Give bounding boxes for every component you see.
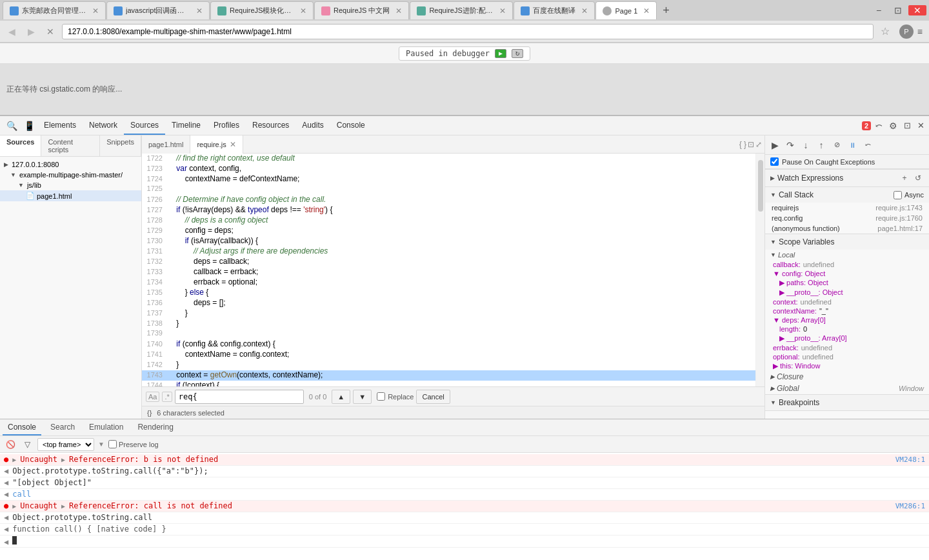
expand-ref-1[interactable]: ▶	[61, 456, 65, 463]
step-into-button[interactable]: ↓	[799, 138, 813, 152]
tab-3[interactable]: RequireJS 中文网 ✕	[314, 1, 409, 19]
code-content[interactable]: 1722 // find the right context, use defa…	[142, 154, 755, 386]
expand-arrow-1[interactable]: ▶	[12, 456, 16, 463]
scope-item-proto-deps[interactable]: ▶ __proto__: Array[0]	[765, 334, 929, 343]
scope-global-label[interactable]: ▶ Global Window	[765, 383, 929, 394]
console-tab-search[interactable]: Search	[45, 420, 80, 435]
tab-elements[interactable]: Elements	[37, 117, 83, 135]
tab-0[interactable]: 东莞邮政合同管理系统 ✕	[3, 1, 106, 19]
async-checkbox[interactable]	[894, 191, 902, 199]
tab-console[interactable]: Console	[330, 117, 372, 135]
tab-1[interactable]: javascript回调函数数调… ✕	[106, 1, 210, 19]
lp-tab-sources[interactable]: Sources	[0, 135, 41, 156]
devtools-icon-mobile[interactable]: 📱	[21, 121, 37, 131]
tab-close-0[interactable]: ✕	[92, 6, 99, 15]
profile-icon[interactable]: P	[899, 25, 914, 39]
tab-network[interactable]: Network	[83, 117, 124, 135]
expand-ref-2[interactable]: ▶	[61, 503, 65, 510]
scope-closure-label[interactable]: ▶ Closure	[765, 371, 929, 383]
scope-item-deps[interactable]: ▼ deps: Array[0]	[765, 315, 929, 325]
preserve-log-checkbox[interactable]	[108, 440, 117, 448]
search-regex-toggle[interactable]: .*	[162, 392, 172, 402]
resume-button[interactable]: ▶	[768, 138, 782, 152]
editor-tab-page1html[interactable]: page1.html	[142, 135, 190, 154]
close-devtools-icon[interactable]: ✕	[915, 121, 926, 130]
tab-6[interactable]: Page 1 ✕	[595, 1, 657, 19]
tab-timeline[interactable]: Timeline	[165, 117, 207, 135]
editor-expand-icon[interactable]: ⤢	[755, 140, 762, 149]
step-through-button[interactable]: ⤺	[861, 138, 875, 152]
callstack-item-reqconfig[interactable]: req.config require.js:1760	[765, 213, 929, 223]
tree-item-project[interactable]: ▼ example-multipage-shim-master/	[0, 170, 141, 180]
search-case-toggle[interactable]: Aa	[146, 392, 159, 402]
scope-variables-header[interactable]: ▼ Scope Variables	[765, 234, 929, 250]
tab-close-5[interactable]: ✕	[581, 6, 588, 15]
back-button[interactable]: ◀	[4, 24, 19, 39]
address-input[interactable]	[62, 24, 874, 39]
tab-audits[interactable]: Audits	[295, 117, 330, 135]
scope-local-label[interactable]: ▼ Local	[765, 250, 929, 260]
step-over-button[interactable]: ↷	[783, 138, 797, 152]
console-file-1[interactable]: VM248:1	[895, 455, 925, 464]
tab-close-1[interactable]: ✕	[196, 6, 203, 15]
settings-icon[interactable]: ⚙	[887, 121, 899, 131]
reload-button[interactable]: ✕	[43, 24, 58, 39]
scope-item-config[interactable]: ▼ config: Object	[765, 269, 929, 278]
devtools-icon-inspect[interactable]: 🔍	[3, 121, 21, 131]
menu-icon[interactable]: ≡	[915, 26, 925, 37]
editor-tab-close-requirejs[interactable]: ✕	[230, 140, 236, 149]
lp-tab-content-scripts[interactable]: Content scripts	[41, 135, 100, 156]
console-tab-rendering[interactable]: Rendering	[132, 420, 178, 435]
tree-item-jslib[interactable]: ▼ js/lib	[0, 180, 141, 190]
step-over-icon[interactable]: ⤺	[874, 121, 884, 130]
editor-collapse-icon[interactable]: ⊡	[748, 140, 754, 149]
console-filter-button[interactable]: ▽	[21, 438, 34, 451]
console-clear-button[interactable]: 🚫	[4, 438, 17, 451]
scope-item-proto-config[interactable]: ▶ __proto__: Object	[765, 288, 929, 297]
code-scroll-gutter[interactable]	[755, 154, 764, 386]
toggle-breakpoints-button[interactable]: ⊘	[830, 138, 844, 152]
dock-icon[interactable]: ⊡	[902, 121, 913, 130]
watch-expressions-header[interactable]: ▶ Watch Expressions + ↺	[765, 170, 929, 186]
tab-resources[interactable]: Resources	[246, 117, 295, 135]
cancel-search-button[interactable]: Cancel	[416, 390, 450, 404]
scope-item-paths[interactable]: ▶ paths: Object	[765, 278, 929, 288]
step-out-button[interactable]: ↑	[814, 138, 828, 152]
call-stack-header[interactable]: ▼ Call Stack Async	[765, 187, 929, 203]
pause-on-exception-button[interactable]: ⏸	[845, 138, 859, 152]
console-tab-console[interactable]: Console	[3, 420, 41, 435]
tab-profiles[interactable]: Profiles	[207, 117, 246, 135]
tab-2[interactable]: RequireJS模块化加载 ✕	[210, 1, 314, 19]
forward-button[interactable]: ▶	[23, 24, 39, 39]
search-prev-button[interactable]: ▲	[332, 390, 350, 404]
tab-close-4[interactable]: ✕	[499, 6, 506, 15]
new-tab-button[interactable]: +	[660, 4, 672, 17]
breakpoints-header[interactable]: ▼ Breakpoints	[765, 395, 929, 410]
frame-expand-icon[interactable]: ▼	[98, 441, 105, 448]
debugger-refresh-button[interactable]: ↻	[512, 49, 523, 58]
editor-format-icon[interactable]: { }	[739, 140, 746, 149]
scope-item-this[interactable]: ▶ this: Window	[765, 361, 929, 371]
callstack-item-anon[interactable]: (anonymous function) page1.html:17	[765, 223, 929, 234]
replace-checkbox[interactable]	[377, 392, 385, 401]
lp-tab-snippets[interactable]: Snippets	[100, 135, 141, 156]
console-tab-emulation[interactable]: Emulation	[84, 420, 128, 435]
search-next-button[interactable]: ▼	[353, 390, 372, 404]
preserve-log-toggle[interactable]: Preserve log	[108, 440, 159, 448]
minimize-button[interactable]: −	[870, 5, 888, 15]
search-input[interactable]	[175, 390, 304, 404]
tab-close-6[interactable]: ✕	[643, 6, 650, 15]
watch-refresh-button[interactable]: ↺	[912, 172, 924, 184]
watch-add-button[interactable]: +	[899, 172, 910, 184]
tree-item-host[interactable]: ▶ 127.0.0.1:8080	[0, 159, 141, 170]
frame-select[interactable]: <top frame>	[37, 438, 94, 451]
editor-tab-requirejs[interactable]: require.js ✕	[190, 135, 243, 154]
restore-button[interactable]: ⊡	[889, 5, 907, 15]
close-window-button[interactable]: ✕	[908, 5, 926, 15]
console-file-2[interactable]: VM286:1	[895, 502, 925, 510]
tab-sources[interactable]: Sources	[124, 117, 165, 135]
pause-on-caught-checkbox[interactable]	[770, 157, 779, 166]
expand-arrow-2[interactable]: ▶	[12, 503, 16, 510]
debugger-play-button[interactable]: ▶	[495, 49, 506, 58]
console-input-line[interactable]: ◀	[0, 535, 929, 548]
